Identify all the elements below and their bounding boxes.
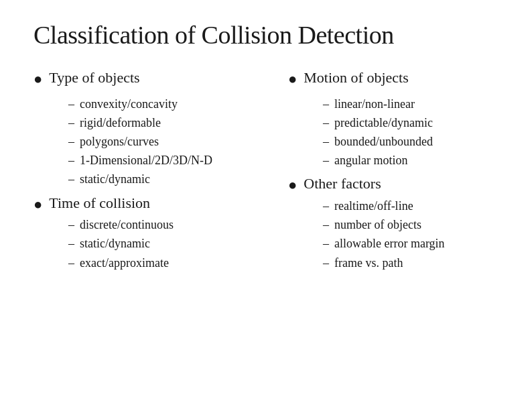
dash-icon: – bbox=[68, 235, 74, 252]
subitem-text: angular motion bbox=[334, 152, 407, 169]
dash-icon: – bbox=[323, 255, 329, 272]
motion-of-objects-label: Motion of objects bbox=[304, 68, 408, 88]
list-item: – frame vs. path bbox=[323, 255, 532, 272]
type-of-objects-sublist: – convexity/concavity – rigid/deformable… bbox=[68, 96, 288, 188]
subitem-text: number of objects bbox=[334, 217, 421, 233]
bullet-icon: ● bbox=[34, 70, 42, 89]
bullet-icon: ● bbox=[34, 195, 42, 215]
subitem-text: linear/non-linear bbox=[334, 96, 415, 113]
bullet-icon: ● bbox=[288, 176, 297, 195]
time-of-collision-label: Time of collision bbox=[49, 194, 150, 213]
time-of-collision-sublist: – discrete/continuous – static/dynamic –… bbox=[68, 217, 288, 272]
list-item: – linear/non-linear bbox=[323, 96, 532, 113]
list-item: ● Motion of objects bbox=[288, 68, 532, 89]
right-column: ● Motion of objects – linear/non-linear … bbox=[288, 68, 532, 276]
dash-icon: – bbox=[323, 198, 329, 215]
dash-icon: – bbox=[68, 152, 74, 169]
list-item: – allowable error margin bbox=[323, 235, 532, 252]
dash-icon: – bbox=[68, 133, 74, 150]
dash-icon: – bbox=[323, 96, 329, 113]
dash-icon: – bbox=[68, 171, 74, 188]
list-item: – exact/approximate bbox=[68, 255, 288, 272]
subitem-text: realtime/off-line bbox=[334, 198, 413, 215]
dash-icon: – bbox=[68, 217, 74, 233]
subitem-text: frame vs. path bbox=[334, 255, 403, 272]
list-item: – angular motion bbox=[323, 152, 532, 169]
subitem-text: allowable error margin bbox=[334, 235, 445, 252]
page-title: Classification of Collision Detection bbox=[34, 20, 498, 50]
bullet-icon: ● bbox=[288, 70, 297, 89]
list-item: ● Other factors bbox=[288, 174, 532, 195]
list-item: – discrete/continuous bbox=[68, 217, 288, 233]
dash-icon: – bbox=[323, 133, 329, 150]
dash-icon: – bbox=[323, 152, 329, 169]
subitem-text: bounded/unbounded bbox=[334, 133, 433, 150]
list-item: – polygons/curves bbox=[68, 133, 288, 150]
subitem-text: rigid/deformable bbox=[80, 115, 161, 131]
list-item: – bounded/unbounded bbox=[323, 133, 532, 150]
subitem-text: discrete/continuous bbox=[80, 217, 174, 233]
motion-of-objects-sublist: – linear/non-linear – predictable/dynami… bbox=[323, 96, 532, 170]
subitem-text: predictable/dynamic bbox=[334, 115, 433, 131]
subitem-text: static/dynamic bbox=[80, 235, 150, 252]
dash-icon: – bbox=[68, 115, 74, 131]
list-item: – 1-Dimensional/2D/3D/N-D bbox=[68, 152, 288, 169]
list-item: ● Type of objects bbox=[34, 68, 288, 89]
page: Classification of Collision Detection ● … bbox=[0, 0, 532, 399]
dash-icon: – bbox=[68, 96, 74, 113]
other-factors-label: Other factors bbox=[304, 174, 381, 194]
dash-icon: – bbox=[323, 235, 329, 252]
dash-icon: – bbox=[323, 217, 329, 233]
subitem-text: exact/approximate bbox=[80, 255, 169, 272]
list-item: – convexity/concavity bbox=[68, 96, 288, 113]
subitem-text: 1-Dimensional/2D/3D/N-D bbox=[80, 152, 212, 169]
list-item: – realtime/off-line bbox=[323, 198, 532, 215]
other-factors-sublist: – realtime/off-line – number of objects … bbox=[323, 198, 532, 272]
subitem-text: static/dynamic bbox=[80, 171, 150, 188]
list-item: – static/dynamic bbox=[68, 235, 288, 252]
dash-icon: – bbox=[323, 115, 329, 131]
list-item: – static/dynamic bbox=[68, 171, 288, 188]
subitem-text: convexity/concavity bbox=[80, 96, 178, 113]
dash-icon: – bbox=[68, 255, 74, 272]
list-item: – predictable/dynamic bbox=[323, 115, 532, 131]
subitem-text: polygons/curves bbox=[80, 133, 159, 150]
left-column: ● Type of objects – convexity/concavity … bbox=[34, 68, 288, 276]
list-item: ● Time of collision bbox=[34, 194, 288, 215]
type-of-objects-label: Type of objects bbox=[49, 68, 139, 88]
content-area: ● Type of objects – convexity/concavity … bbox=[34, 68, 498, 276]
list-item: – number of objects bbox=[323, 217, 532, 233]
list-item: – rigid/deformable bbox=[68, 115, 288, 131]
